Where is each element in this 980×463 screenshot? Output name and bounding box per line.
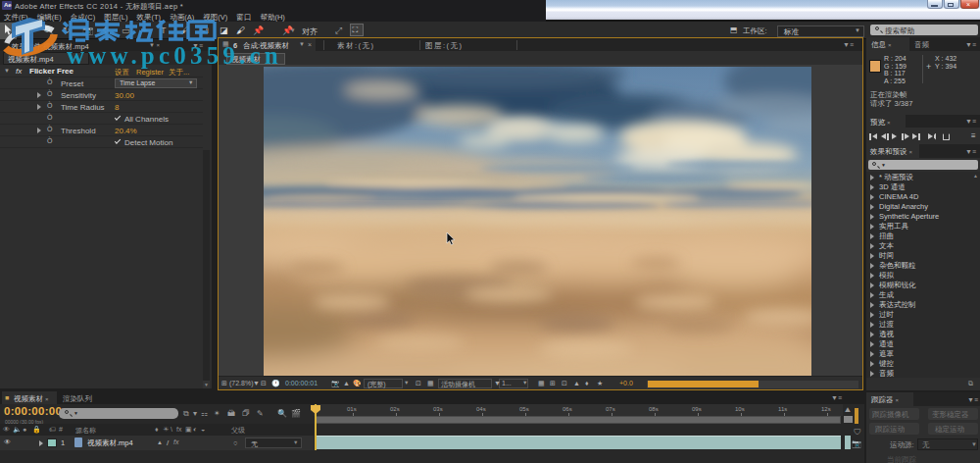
svg-text:www.pc0359.cn: www.pc0359.cn bbox=[67, 42, 282, 69]
